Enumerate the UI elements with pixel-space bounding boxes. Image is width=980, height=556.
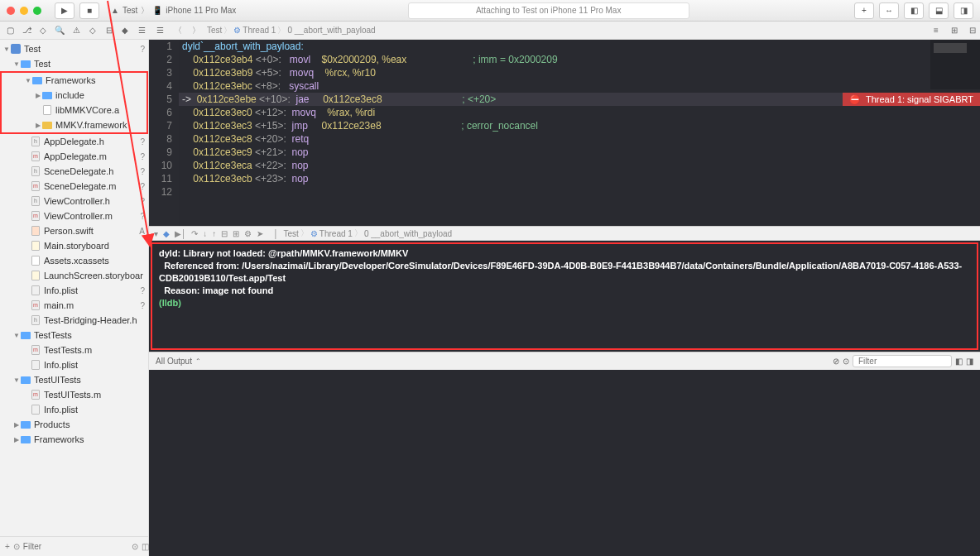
stop-button[interactable]: ■ (79, 2, 99, 19)
forward-button-icon[interactable]: 〉 (189, 24, 204, 37)
tree-item[interactable]: mTestTests.m (0, 343, 148, 357)
recent-filter-icon[interactable]: ⊙ (132, 542, 138, 552)
close-window-button[interactable] (7, 7, 15, 15)
tree-item[interactable]: ▶Frameworks (0, 432, 148, 447)
debug-breadcrumb-item[interactable]: Test (284, 229, 299, 238)
console-output-line: Referenced from: /Users/nazimai/Library/… (159, 260, 970, 285)
tree-item[interactable]: libMMKVCore.a (2, 103, 147, 117)
window-controls (7, 7, 41, 15)
tree-item[interactable]: LaunchScreen.storyboard (0, 268, 148, 283)
line-gutter: 123456789101112 (149, 40, 179, 226)
tree-item[interactable]: hViewController.h? (0, 194, 148, 208)
symbol-navigator-icon[interactable]: ◇ (36, 24, 51, 37)
step-into-icon[interactable]: ↓ (203, 229, 207, 238)
debug-view-icon[interactable]: ⊟ (221, 229, 228, 238)
tree-item[interactable]: ▼TestTests (0, 328, 148, 343)
report-navigator-icon[interactable]: ☰ (134, 24, 149, 37)
clear-console-icon[interactable]: ⊘ (833, 357, 839, 366)
scm-filter-icon[interactable]: ◫ (142, 542, 149, 552)
issue-navigator-icon[interactable]: ⚠ (69, 24, 84, 37)
scheme-app-icon: ▲ (111, 6, 119, 15)
tree-item[interactable]: mTestUITests.m (0, 387, 148, 402)
tree-item[interactable]: ▼Frameworks (2, 73, 147, 88)
add-button[interactable]: + (854, 2, 874, 19)
console-filter-input[interactable] (853, 355, 952, 367)
left-panel-toggle[interactable]: ◧ (904, 2, 924, 19)
tree-item[interactable]: Assets.xcassets (0, 253, 148, 268)
breadcrumb-item[interactable]: Thread 1 (243, 26, 276, 35)
output-selector[interactable]: All Output (156, 357, 192, 366)
add-file-icon[interactable]: + (5, 542, 10, 552)
project-navigator-icon[interactable]: ▢ (3, 24, 18, 37)
find-navigator-icon[interactable]: 🔍 (52, 24, 67, 37)
disassembly-view[interactable]: 123456789101112 dyld`__abort_with_payloa… (149, 40, 980, 226)
file-tree[interactable]: ▼Test?▼Test▼Frameworks▶includelibMMKVCor… (0, 40, 148, 536)
adjust-editor-icon[interactable]: ⊞ (947, 24, 962, 37)
scheme-device-label: iPhone 11 Pro Max (166, 6, 236, 15)
bottom-panel-toggle[interactable]: ⬓ (929, 2, 949, 19)
tree-item[interactable]: Info.plist (0, 357, 148, 372)
debug-navigator-icon[interactable]: ⊟ (102, 24, 117, 37)
tree-item[interactable]: hTest-Bridging-Header.h (0, 313, 148, 328)
breakpoint-navigator-icon[interactable]: ◆ (118, 24, 132, 37)
run-button[interactable]: ▶ (55, 2, 74, 19)
location-icon[interactable]: ➤ (257, 229, 263, 238)
memory-graph-icon[interactable]: ⊞ (233, 229, 239, 238)
editor-options-icon[interactable]: ≡ (929, 24, 944, 37)
status-text: Attaching to Test on iPhone 11 Pro Max (476, 6, 621, 15)
tree-item[interactable]: mAppDelegate.m? (0, 149, 148, 164)
environment-icon[interactable]: ⚙ (244, 229, 252, 238)
tree-item[interactable]: Info.plist (0, 402, 148, 417)
tree-item[interactable]: Person.swiftA (0, 223, 148, 238)
tree-item[interactable]: hSceneDelegate.h? (0, 164, 148, 179)
tree-item[interactable]: ▼Test (0, 56, 148, 71)
console-footer: All Output ⌃ ⊘ ⊙ ◧ ◨ (149, 352, 980, 370)
filter-icon: ⊙ (843, 357, 849, 366)
debug-bar: ▾ ◆ ▶│ ↷ ↓ ↑ ⊟ ⊞ ⚙ ➤ │ Test 〉 ⚙ Thread 1… (149, 226, 980, 241)
step-out-icon[interactable]: ↑ (212, 229, 216, 238)
zoom-window-button[interactable] (33, 7, 41, 15)
code-content: dyld`__abort_with_payload: 0x112ce3eb4 <… (179, 40, 980, 226)
console-panel-left-icon[interactable]: ◧ (955, 357, 963, 366)
tree-item[interactable]: mViewController.m? (0, 208, 148, 223)
test-navigator-icon[interactable]: ◇ (85, 24, 100, 37)
related-items-icon[interactable]: ☰ (152, 24, 167, 37)
jump-bar[interactable]: Test 〉 ⚙ Thread 1 〉 0 __abort_with_paylo… (207, 25, 376, 36)
scheme-selector[interactable]: ▲ Test 〉 📱 iPhone 11 Pro Max (104, 3, 243, 18)
source-control-navigator-icon[interactable]: ⎇ (20, 24, 35, 37)
tree-item[interactable]: Main.storyboard (0, 238, 148, 253)
minimize-window-button[interactable] (20, 7, 28, 15)
tree-item[interactable]: mmain.m? (0, 298, 148, 313)
continue-icon[interactable]: ▶│ (175, 229, 186, 238)
console-output-line: Reason: image not found (159, 285, 970, 297)
tree-item[interactable]: hAppDelegate.h? (0, 134, 148, 149)
navigator-toolbar: ▢ ⎇ ◇ 🔍 ⚠ ◇ ⊟ ◆ ☰ ☰ 〈 〉 Test 〉 ⚙ Thread … (0, 22, 980, 40)
lldb-prompt[interactable]: (lldb) (159, 297, 970, 309)
debug-console[interactable]: dyld: Library not loaded: @rpath/MMKV.fr… (151, 242, 978, 350)
tree-item[interactable]: Info.plist? (0, 283, 148, 298)
tree-item[interactable]: ▶Products (0, 417, 148, 432)
filter-icon[interactable]: ⊙ (13, 542, 20, 552)
navigator-filter-input[interactable] (23, 542, 128, 551)
breadcrumb-item[interactable]: Test (207, 26, 222, 35)
console-output-line: dyld: Library not loaded: @rpath/MMKV.fr… (159, 247, 970, 260)
step-over-icon[interactable]: ↷ (191, 229, 198, 238)
tree-item[interactable]: ▶MMKV.framework (2, 117, 147, 132)
tree-item[interactable]: ▶include (2, 88, 147, 103)
code-review-button[interactable]: ↔ (879, 2, 899, 19)
debug-breadcrumb-item[interactable]: 0 __abort_with_payload (364, 229, 452, 238)
debug-jump-bar[interactable]: Test 〉 ⚙ Thread 1 〉 0 __abort_with_paylo… (284, 228, 976, 239)
tree-item[interactable]: ▼TestUITests (0, 372, 148, 387)
tree-item[interactable]: mSceneDelegate.m? (0, 179, 148, 194)
minimap[interactable] (930, 40, 980, 89)
project-root[interactable]: Test (24, 44, 138, 54)
debug-breadcrumb-item[interactable]: Thread 1 (319, 229, 353, 238)
breadcrumb-item[interactable]: 0 __abort_with_payload (287, 26, 375, 35)
add-editor-icon[interactable]: ⊟ (965, 24, 980, 37)
thread-error-badge: ⛔Thread 1: signal SIGABRT (843, 93, 980, 106)
right-panel-toggle[interactable]: ◨ (954, 2, 973, 19)
breakpoints-toggle-icon[interactable]: ◆ (163, 229, 170, 238)
hide-debug-icon[interactable]: ▾ (154, 229, 158, 238)
back-button-icon[interactable]: 〈 (171, 24, 185, 37)
console-panel-right-icon[interactable]: ◨ (966, 357, 973, 366)
